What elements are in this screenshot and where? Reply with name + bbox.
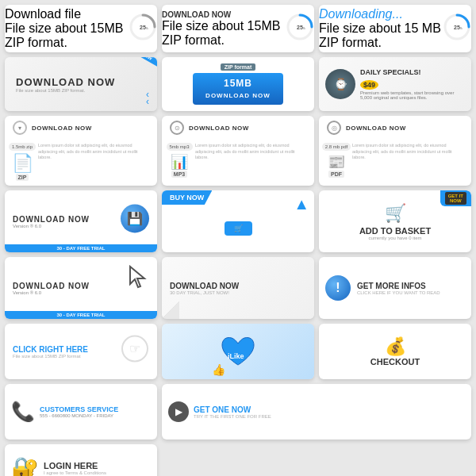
card-title-3: Downloading... [319, 7, 443, 21]
login-card[interactable]: 🔐 LOGIN HERE I agree to Terms & Conditio… [5, 444, 157, 476]
add-to-basket-card[interactable]: GET ITNOW 🛒 ADD TO BASKET currently you … [319, 190, 471, 252]
ribbon-new: New [134, 57, 157, 68]
zip-btn-label: DOWNLOAD NOW [205, 92, 271, 99]
info-sub: CLICK HERE IF YOU WANT TO READ [357, 290, 465, 295]
peel-corner-icon [162, 301, 179, 319]
watch-icon: ⌚ [325, 69, 355, 99]
dl-v2-left-title: DOWNLOAD NOW [13, 215, 90, 224]
dl-mp3-tag: 5mb mp3 [167, 143, 193, 151]
svg-text:%: % [459, 26, 463, 30]
thumbs-up-icon: 👍 [212, 363, 225, 376]
dropdown-icon[interactable]: ▾ [13, 121, 27, 135]
card-title-2: DOWNLOAD NOW [162, 10, 286, 19]
peel-title: DOWNLOAD NOW [170, 282, 239, 290]
dl-pdf-badge: PDF [328, 171, 344, 178]
daily-title: DAILY SPECIALS! [360, 68, 465, 76]
pdf-icon: 📰 [328, 153, 345, 171]
login-title: LOGIN HERE [44, 461, 151, 470]
info-icon: ! [325, 275, 351, 301]
chevron-down-icon: ‹‹ [146, 91, 149, 106]
basket-icon: 🛒 [385, 203, 406, 224]
login-sub: I agree to Terms & Conditions [44, 470, 151, 475]
download-progress-card-3[interactable]: Downloading... File size about 15 MB ZIP… [319, 5, 471, 52]
download-trial-card-left[interactable]: DOWNLOAD NOW Version ® 6.0 💾 30 - DAY FR… [5, 190, 157, 252]
checkout-card[interactable]: 💰 CHECKOUT [319, 324, 471, 379]
dl-pdf-tag: 2.8 mb pdf [322, 143, 351, 151]
click-right-here-card[interactable]: CLICK RIGHT HERE File size about 15MB ZI… [5, 324, 157, 379]
zip-download-card[interactable]: ZIP format 15MB DOWNLOAD NOW [162, 57, 314, 111]
checkout-title: CHECKOUT [370, 357, 420, 367]
dl-zip-desc: Lorem ipsum dolor sit adipiscing elit, d… [38, 143, 151, 161]
hand-cursor-icon: ☞ [121, 335, 149, 369]
heart-icon: iLike 👍 [218, 332, 258, 371]
zip-size: 15MB DOWNLOAD NOW [193, 73, 283, 105]
phone-icon: 📞 [11, 401, 35, 423]
basket-sub: currently you have 0 item [368, 236, 421, 240]
download-pdf-card[interactable]: ◎ DOWNLOAD NOW 2.8 mb pdf 📰 PDF Lorem ip… [319, 116, 471, 186]
dl-zip-tag: 1.5mb zip [9, 143, 36, 151]
click-right-sub: File size about 15MB ZIP format [13, 354, 81, 359]
svg-marker-9 [130, 267, 144, 287]
get-more-infos-card[interactable]: ! GET MORE INFOS CLICK HERE IF YOU WANT … [319, 257, 471, 319]
get-one-title: GET ONE NOW [194, 405, 465, 414]
zip-size-label: 15MB [224, 78, 252, 89]
basket-title: ADD TO BASKET [359, 226, 431, 236]
progress-ring-1: 25 % [129, 13, 157, 44]
dl-pdf-desc: Lorem ipsum dolor sit adipiscing elit, d… [352, 143, 465, 161]
click-right-title: CLICK RIGHT HERE [13, 345, 88, 354]
dl-v2-right-trial: 30 - DAY FREE TRIAL [5, 311, 157, 319]
buy-now-ribbon: BUY NOW [162, 190, 212, 205]
dl-v2-left-trial: 30 - DAY FREE TRIAL [5, 244, 157, 252]
dl-mp3-title: DOWNLOAD NOW [189, 125, 306, 132]
download-big-sub: File size about 15MB ZIP format. [16, 88, 85, 93]
mp3-icon: 📊 [171, 153, 188, 171]
ilike-text: iLike [228, 352, 244, 360]
download-peel-card[interactable]: DOWNLOAD NOW 30 DAY TRIAL, JUST NOW! [162, 257, 314, 319]
zip-file-icon: 📄 [12, 153, 33, 174]
dl-mp3-desc: Lorem ipsum dolor sit adipiscing elit, d… [195, 143, 308, 161]
dl-pdf-title: DOWNLOAD NOW [346, 125, 463, 132]
download-progress-card-1[interactable]: Download file File size about 15MB ZIP f… [5, 5, 157, 52]
customers-title: CUSTOMERS SERVICE [40, 405, 151, 413]
arrow-right-icon: ▶ [168, 401, 189, 422]
customers-phone: 555 - 6660800 MONDAY - FRIDAY [40, 413, 151, 418]
download-big-title: DOWNLOAD NOW [16, 76, 115, 88]
svg-text:%: % [145, 26, 148, 30]
daily-price: $49 [360, 80, 378, 90]
money-icon: 💰 [385, 336, 406, 357]
buy-now-button[interactable]: 🛒 [225, 221, 252, 236]
save-disk-icon: 💾 [121, 204, 149, 232]
dl-zip-title: DOWNLOAD NOW [32, 125, 149, 132]
progress-ring-2: 25 % [286, 13, 314, 44]
dl-v2-right-title: DOWNLOAD NOW [13, 282, 90, 290]
get-one-now-card[interactable]: ▶ GET ONE NOW TRY IT THE FIRST ONE FOR F… [162, 384, 471, 440]
peel-sub: 30 DAY TRIAL, JUST NOW! [170, 290, 229, 295]
lock-icon: 🔐 [11, 455, 39, 477]
svg-text:☞: ☞ [129, 342, 140, 355]
card-sub-1: File size about 15MB ZIP format. [5, 21, 129, 50]
dl-mp3-badge: MP3 [171, 171, 187, 178]
dl-zip-badge: ZIP [16, 174, 29, 181]
card-sub-2: File size about 15MB ZIP format. [162, 19, 286, 48]
ilike-card[interactable]: iLike 👍 [162, 324, 314, 379]
cursor-icon [127, 265, 152, 290]
basket-ribbon: GET ITNOW [440, 190, 471, 206]
progress-ring-3: 25 % [443, 13, 471, 44]
buy-now-card[interactable]: BUY NOW ▲ 🛒 [162, 190, 314, 252]
zip-badge: ZIP format [221, 63, 256, 71]
dl-v2-left-version: Version ® 6.0 [13, 224, 41, 228]
customers-service-card[interactable]: 📞 CUSTOMERS SERVICE 555 - 6660800 MONDAY… [5, 384, 157, 440]
card-title-1: Download file [5, 7, 129, 21]
get-it-now-label: GET ITNOW [445, 192, 466, 205]
dropdown-icon-2[interactable]: ⊙ [170, 121, 184, 135]
daily-sub: Premium web templates, start browsing ov… [360, 90, 465, 100]
download-progress-card-2[interactable]: DOWNLOAD NOW File size about 15MB ZIP fo… [162, 5, 314, 52]
dropdown-icon-3[interactable]: ◎ [327, 121, 341, 135]
info-title: GET MORE INFOS [357, 282, 465, 290]
download-mp3-card[interactable]: ⊙ DOWNLOAD NOW 5mb mp3 📊 MP3 Lorem ipsum… [162, 116, 314, 186]
svg-text:%: % [302, 26, 305, 30]
download-trial-card-right[interactable]: DOWNLOAD NOW Version ® 6.0 30 - DAY FREE… [5, 257, 157, 319]
download-zip-card[interactable]: ▾ DOWNLOAD NOW 1.5mb zip 📄 ZIP Lorem ips… [5, 116, 157, 186]
download-big-card[interactable]: New DOWNLOAD NOW File size about 15MB ZI… [5, 57, 157, 111]
daily-specials-card[interactable]: ⌚ DAILY SPECIALS! $49 Premium web templa… [319, 57, 471, 111]
